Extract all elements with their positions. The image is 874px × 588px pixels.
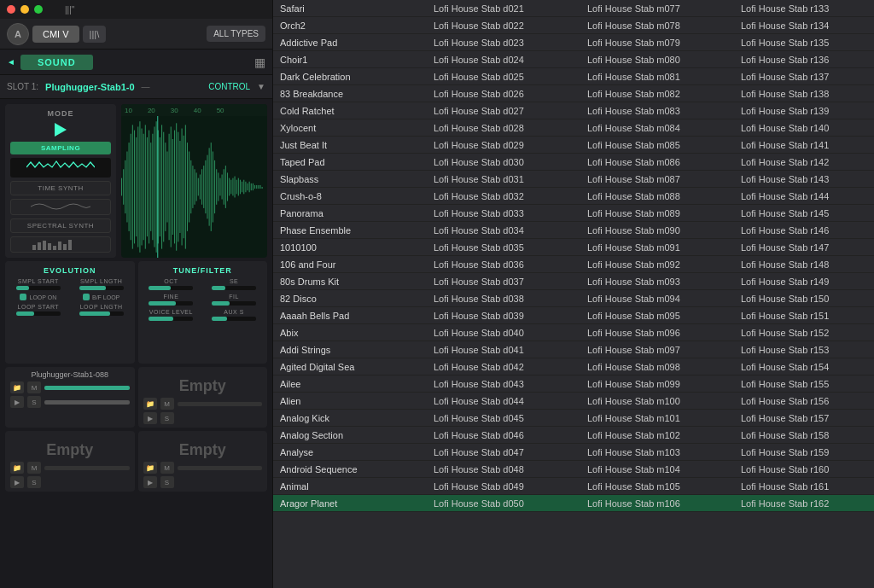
file-row[interactable]: Cold RatchetLofi House Stab d027Lofi Hou… — [273, 102, 874, 119]
spectral-synth-button[interactable]: SPECTRAL SYNTH — [10, 218, 111, 233]
file-row[interactable]: Addictive PadLofi House Stab d023Lofi Ho… — [273, 34, 874, 51]
slot-4-folder-btn[interactable]: 📁 — [143, 462, 157, 474]
smpl-lngth-slider[interactable]: SMPL LNGTH — [73, 278, 130, 290]
svg-rect-63 — [222, 174, 223, 199]
slot-4-slider[interactable] — [178, 466, 263, 470]
slot-4-s-btn[interactable]: S — [160, 476, 174, 488]
file-row[interactable]: Orch2Lofi House Stab d022Lofi House Stab… — [273, 17, 874, 34]
slot-1-vol-slider[interactable] — [44, 400, 130, 405]
slot-2-slider[interactable] — [178, 402, 263, 406]
se-slider[interactable]: SE — [206, 278, 262, 290]
slot-separator: — — [142, 82, 150, 91]
tab-cmi[interactable]: CMI V — [32, 26, 79, 43]
slot-2-s-btn[interactable]: S — [160, 412, 174, 424]
fil-slider[interactable]: FIL — [206, 294, 262, 306]
file-row[interactable]: SlapbassLofi House Stab d031Lofi House S… — [273, 171, 874, 188]
file-row[interactable]: PanoramaLofi House Stab d033Lofi House S… — [273, 205, 874, 222]
file-data-cell: Lofi House Stab m085 — [580, 140, 734, 150]
slot-3-s-btn[interactable]: S — [27, 476, 41, 488]
svg-rect-69 — [232, 178, 233, 196]
slot-1-m-btn[interactable]: M — [27, 381, 41, 393]
time-synth-button[interactable]: TIME SYNTH — [10, 181, 111, 195]
slot-1-slider[interactable] — [44, 386, 130, 390]
aux-slider[interactable]: AUX S — [206, 309, 262, 321]
slot-3-m-btn[interactable]: M — [27, 462, 41, 474]
file-row[interactable]: XylocentLofi House Stab d028Lofi House S… — [273, 119, 874, 137]
file-row[interactable]: Analog SectionLofi House Stab d046Lofi H… — [273, 427, 874, 444]
logo-icon[interactable]: A — [7, 23, 29, 45]
tab-bars[interactable]: |||\ — [83, 26, 107, 43]
file-row[interactable]: Crush-o-8Lofi House Stab d032Lofi House … — [273, 188, 874, 205]
file-data-cell: Lofi House Stab m092 — [580, 259, 734, 270]
slot-2-play-btn[interactable]: ▶ — [143, 412, 157, 424]
slot-4-m-btn[interactable]: M — [160, 462, 174, 474]
file-data-cell: Lofi House Stab r156 — [734, 396, 874, 406]
sampling-button[interactable]: SAMPLING — [10, 142, 111, 154]
minimize-button[interactable] — [20, 5, 29, 14]
slot-1-play-btn[interactable]: ▶ — [10, 396, 24, 408]
smpl-start-fill — [16, 286, 30, 290]
file-row[interactable]: Analog KickLofi House Stab d045Lofi Hous… — [273, 410, 874, 427]
file-row[interactable]: 80s Drums KitLofi House Stab d037Lofi Ho… — [273, 273, 874, 290]
slot-1-title: Plughugger-Stab1-088 — [10, 370, 130, 379]
mode-title: MODE — [48, 109, 74, 118]
file-data-cell: Lofi House Stab d026 — [427, 89, 580, 99]
tune-filter-sliders: OCT SE FINE — [143, 278, 263, 321]
file-row[interactable]: Dark CelebrationLofi House Stab d025Lofi… — [273, 68, 874, 85]
slot-3-controls: 📁 M — [10, 462, 130, 474]
slot-2-m-btn[interactable]: M — [160, 398, 174, 410]
loop-start-slider[interactable]: LOOP START — [10, 304, 67, 316]
loop-on-toggle[interactable]: LOOP ON — [10, 294, 67, 300]
file-row[interactable]: AnimalLofi House Stab d049Lofi House Sta… — [273, 478, 874, 495]
file-row[interactable]: AbixLofi House Stab d040Lofi House Stab … — [273, 324, 874, 341]
file-data-cell: Lofi House Stab d048 — [427, 464, 580, 474]
sound-label[interactable]: SOUND — [20, 55, 93, 70]
file-row[interactable]: Agited Digital SeaLofi House Stab d042Lo… — [273, 358, 874, 376]
sound-chart-icon[interactable]: ▦ — [254, 55, 265, 69]
svg-rect-73 — [240, 180, 241, 195]
file-row[interactable]: Choir1Lofi House Stab d024Lofi House Sta… — [273, 51, 874, 68]
smpl-start-slider[interactable]: SMPL START — [10, 278, 67, 290]
slot-3-folder-btn[interactable]: 📁 — [10, 462, 24, 474]
waveform-ruler: 10 20 30 40 50 — [121, 104, 267, 116]
oct-slider[interactable]: OCT — [143, 278, 200, 290]
svg-rect-16 — [136, 137, 137, 236]
file-row[interactable]: AileeLofi House Stab d043Lofi House Stab… — [273, 376, 874, 393]
file-row[interactable]: 1010100Lofi House Stab d035Lofi House St… — [273, 239, 874, 256]
tab-all-types[interactable]: ALL TYPES — [207, 26, 265, 42]
file-row[interactable]: 83 BreakdanceLofi House Stab d026Lofi Ho… — [273, 85, 874, 102]
svg-rect-47 — [192, 166, 193, 208]
fine-slider[interactable]: FINE — [143, 294, 200, 306]
file-row[interactable]: Just Beat ItLofi House Stab d029Lofi Hou… — [273, 137, 874, 154]
slot-3-slider[interactable] — [44, 466, 130, 470]
slot-3-play-btn[interactable]: ▶ — [10, 476, 24, 488]
file-row[interactable]: Phase EnsembleLofi House Stab d034Lofi H… — [273, 222, 874, 239]
slot-1-s-btn[interactable]: S — [27, 396, 41, 408]
file-row[interactable]: Aragor PlanetLofi House Stab d050Lofi Ho… — [273, 495, 874, 512]
bf-loop-toggle[interactable]: B/F LOOP — [73, 294, 130, 300]
file-row[interactable]: AnalyseLofi House Stab d047Lofi House St… — [273, 444, 874, 461]
maximize-button[interactable] — [34, 5, 43, 14]
file-row[interactable]: 106 and FourLofi House Stab d036Lofi Hou… — [273, 256, 874, 273]
slot-1-folder-btn[interactable]: 📁 — [10, 381, 24, 393]
file-data-cell: Lofi House Stab d031 — [427, 174, 580, 184]
oct-track — [149, 286, 193, 290]
slot-2-folder-btn[interactable]: 📁 — [143, 398, 157, 410]
sound-arrow[interactable]: ◄ — [7, 57, 15, 67]
file-row[interactable]: SafariLofi House Stab d021Lofi House Sta… — [273, 0, 874, 17]
file-row[interactable]: Taped PadLofi House Stab d030Lofi House … — [273, 154, 874, 171]
file-data-cell: Lofi House Stab d029 — [427, 140, 580, 150]
close-button[interactable] — [7, 5, 15, 14]
file-row[interactable]: Aaaah Bells PadLofi House Stab d039Lofi … — [273, 307, 874, 324]
file-row[interactable]: Android SequenceLofi House Stab d048Lofi… — [273, 461, 874, 478]
file-row[interactable]: AlienLofi House Stab d044Lofi House Stab… — [273, 393, 874, 410]
loop-lngth-slider[interactable]: LOOP LNGTH — [73, 304, 130, 316]
slot-control[interactable]: CONTROL — [208, 82, 250, 91]
slot-4-play-btn[interactable]: ▶ — [143, 476, 157, 488]
file-row[interactable]: 82 DiscoLofi House Stab d038Lofi House S… — [273, 290, 874, 307]
file-browser-panel[interactable]: SafariLofi House Stab d021Lofi House Sta… — [273, 0, 874, 588]
voice-level-slider[interactable]: VOICE LEVEL — [143, 309, 200, 321]
svg-rect-80 — [253, 183, 253, 190]
slot-arrow-icon[interactable]: ▼ — [257, 82, 265, 91]
file-row[interactable]: Addi StringsLofi House Stab d041Lofi Hou… — [273, 341, 874, 358]
